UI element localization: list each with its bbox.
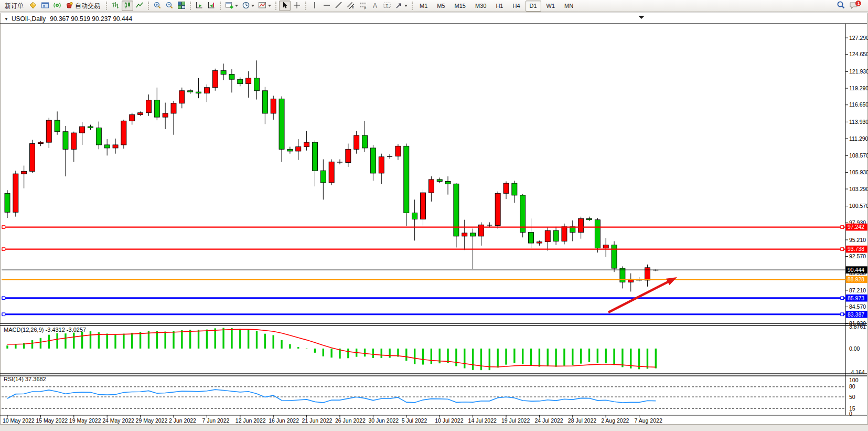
- timeframe-group: M1M5M15M30H1H4D1W1MN: [415, 1, 577, 12]
- candle-body: [246, 78, 251, 84]
- candle-body: [71, 133, 77, 149]
- toolbar-grip: [220, 2, 221, 10]
- line-selection-handle[interactable]: [2, 297, 5, 300]
- period-button[interactable]: [240, 1, 256, 11]
- quotes-button[interactable]: [27, 1, 39, 11]
- oct-collapse-icon[interactable]: ▼: [4, 17, 8, 22]
- line-selection-handle[interactable]: [2, 248, 5, 251]
- fibonacci-tool-button[interactable]: F: [357, 1, 369, 11]
- new-chart-icon: [225, 1, 234, 11]
- zoom-in-icon: [153, 1, 162, 11]
- notification-count: 1: [858, 1, 860, 6]
- chart-titlebar: ▼ USOil-,Daily 90.367 90.519 90.237 90.4…: [4, 15, 132, 23]
- horizontal-line-tool-button[interactable]: [321, 1, 333, 11]
- timeframe-m1[interactable]: M1: [415, 1, 432, 12]
- timeframe-h1[interactable]: H1: [491, 1, 507, 12]
- candle-body: [80, 127, 85, 133]
- timeframe-m15[interactable]: M15: [451, 1, 470, 12]
- timeframe-mn[interactable]: MN: [560, 1, 577, 12]
- line-chart-button[interactable]: [134, 1, 145, 11]
- price-axis-label: 127.290: [849, 35, 868, 41]
- candle-body: [287, 149, 293, 151]
- shapes-arrow-icon: [395, 1, 403, 11]
- line-selection-handle[interactable]: [2, 226, 5, 229]
- price-axis-label: 87.210: [849, 287, 866, 293]
- candle-body: [262, 91, 267, 113]
- search-button[interactable]: [835, 1, 847, 11]
- tile-windows-icon: [177, 1, 186, 11]
- price-axis-label: 84.570: [849, 303, 866, 310]
- line-selection-handle[interactable]: [841, 297, 844, 300]
- new-order-button[interactable]: 新订单: [2, 1, 27, 11]
- candle-body: [113, 145, 118, 148]
- candle-body: [495, 193, 500, 225]
- trend-arrow-object[interactable]: [608, 280, 671, 312]
- auto-scroll-button[interactable]: [194, 1, 205, 11]
- autotrading-button[interactable]: 自动交易: [63, 1, 103, 11]
- candle-body: [55, 120, 60, 132]
- new-chart-button[interactable]: [223, 1, 240, 11]
- candle-body: [612, 245, 617, 268]
- horizontal-line-icon: [323, 1, 331, 11]
- cursor-tool-button[interactable]: [279, 1, 291, 11]
- candle-body: [229, 75, 234, 80]
- chart-shift-marker-icon[interactable]: [638, 16, 645, 19]
- channel-tool-button[interactable]: E: [345, 1, 357, 11]
- svg-text:E: E: [352, 6, 354, 9]
- toolbar-grip: [412, 2, 413, 10]
- candle-body: [562, 227, 567, 241]
- candle-body: [329, 162, 334, 183]
- market-watch-button[interactable]: [39, 1, 51, 11]
- time-axis-label: 7 Aug 2022: [635, 417, 662, 424]
- line-selection-handle[interactable]: [841, 248, 844, 251]
- candle-body: [279, 99, 284, 149]
- price-axis-label: 95.210: [849, 237, 866, 243]
- time-axis-label: 7 Jun 2022: [202, 417, 229, 424]
- price-axis-label: 105.930: [849, 169, 868, 175]
- signal-button[interactable]: [51, 1, 63, 11]
- timeframe-h4[interactable]: H4: [508, 1, 524, 12]
- line-selection-handle[interactable]: [841, 313, 844, 316]
- candle-body: [545, 230, 550, 242]
- candle-body: [379, 157, 384, 173]
- timeframe-m30[interactable]: M30: [471, 1, 490, 12]
- new-order-label: 新订单: [3, 2, 25, 10]
- timeframe-d1[interactable]: D1: [526, 1, 541, 12]
- candlestick-chart-button[interactable]: [122, 1, 133, 11]
- arrows-tool-button[interactable]: [393, 1, 409, 11]
- candle-body: [22, 171, 27, 174]
- candle-body: [38, 142, 43, 143]
- vertical-line-tool-button[interactable]: [309, 1, 320, 11]
- zoom-out-button[interactable]: [164, 1, 175, 11]
- candle-body: [30, 144, 35, 172]
- crosshair-tool-button[interactable]: [291, 1, 303, 11]
- chart-title: USOil-,Daily: [12, 15, 46, 23]
- candle-body: [503, 183, 509, 193]
- broadcast-icon: [53, 1, 61, 11]
- candle-body: [171, 103, 176, 113]
- trendline-tool-button[interactable]: [333, 1, 345, 11]
- chart-shift-button[interactable]: [206, 1, 217, 11]
- candle-body: [271, 99, 276, 113]
- candle-body: [121, 121, 126, 145]
- indicators-button[interactable]: [256, 1, 273, 11]
- equidistant-channel-icon: E: [347, 1, 355, 11]
- price-axis-label: 111.290: [849, 135, 868, 142]
- notifications-button[interactable]: 1: [848, 1, 863, 11]
- line-selection-handle[interactable]: [2, 313, 5, 316]
- zoom-in-button[interactable]: [152, 1, 163, 11]
- candle-body: [13, 174, 18, 212]
- bar-chart-button[interactable]: [110, 1, 121, 11]
- text-label-tool-button[interactable]: T: [381, 1, 393, 11]
- candle-body: [212, 70, 218, 87]
- line-selection-handle[interactable]: [841, 226, 844, 229]
- tile-windows-button[interactable]: [176, 1, 187, 11]
- price-axis-label: 108.570: [849, 152, 868, 159]
- chart-canvas[interactable]: 127.290124.650121.930119.290116.650113.9…: [0, 13, 868, 425]
- timeframe-w1[interactable]: W1: [542, 1, 560, 12]
- price-badge-value: 93.738: [848, 246, 864, 252]
- trend-arrow-head[interactable]: [666, 277, 677, 285]
- text-tool-button[interactable]: A: [369, 1, 381, 11]
- price-badge-value: 83.387: [848, 311, 864, 318]
- timeframe-m5[interactable]: M5: [433, 1, 449, 12]
